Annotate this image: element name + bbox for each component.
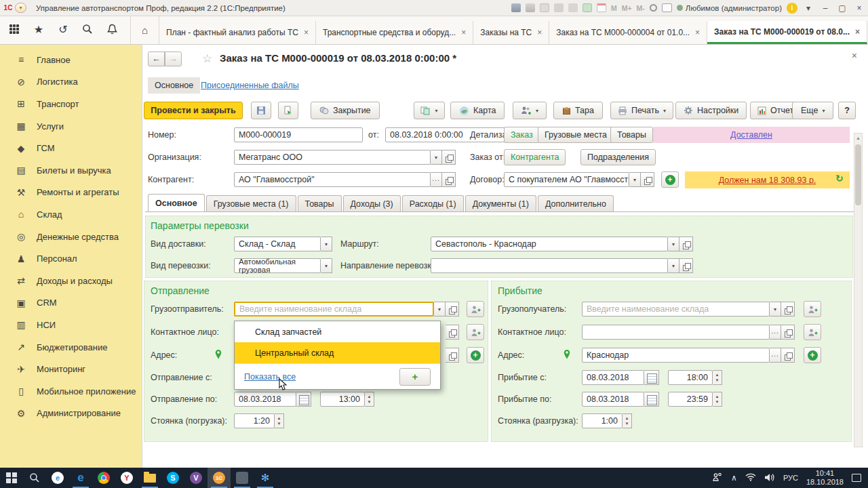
search-icon[interactable] <box>81 24 94 36</box>
time-spinner[interactable]: ▲▼ <box>275 413 284 428</box>
calendar-icon[interactable] <box>644 370 659 385</box>
show-all-link[interactable]: Показать все <box>244 372 296 382</box>
memory-plus-button[interactable]: M+ <box>622 4 632 12</box>
close-icon[interactable]: × <box>461 28 466 37</box>
delivery-kind-field[interactable]: Склад - Склад <box>234 237 321 251</box>
debt-link[interactable]: Должен нам 18 308.93 р. <box>719 176 816 185</box>
memory-minus-button[interactable]: M- <box>637 4 645 12</box>
dropdown-item-spare-parts[interactable]: Склад запчастей <box>235 321 440 342</box>
arrival-from-time-field[interactable]: 18:00 <box>668 370 713 385</box>
organization-dropdown-icon[interactable]: ▾ <box>431 150 442 165</box>
sidebar-item-repairs[interactable]: ⚒Ремонты и агрегаты <box>0 182 142 204</box>
detail-goods-toggle[interactable]: Товары <box>610 127 653 143</box>
tab-goods[interactable]: Товары <box>298 195 342 211</box>
sidebar-item-money[interactable]: ◎Денежные средства <box>0 226 142 248</box>
dropdown-item-central-warehouse[interactable]: Центральный склад <box>235 342 440 363</box>
memory-button[interactable]: M <box>611 4 617 12</box>
taskbar-edge-button[interactable]: e <box>69 468 92 488</box>
departure-contact-add-button[interactable] <box>467 324 484 340</box>
tab-documents[interactable]: Документы (1) <box>465 195 536 211</box>
split-window-icon[interactable] <box>662 3 672 12</box>
sidebar-item-fuel[interactable]: ◆ГСМ <box>0 137 142 159</box>
sidebar-item-crm[interactable]: ▣CRM <box>0 292 142 314</box>
sidebar-item-transport[interactable]: ⊞Транспорт <box>0 93 142 115</box>
taskbar-explorer-button[interactable] <box>138 468 161 488</box>
nav-back-button[interactable]: ← <box>148 52 165 66</box>
shipper-field[interactable]: Введите наименование склада <box>234 302 434 317</box>
sidebar-item-administration[interactable]: ⚙Администрирование <box>0 403 142 425</box>
tab-ts-order-000019[interactable]: Заказ на ТС М000-000019 от 08.0...× <box>707 21 867 44</box>
arrival-to-date-field[interactable]: 08.03.2018 <box>582 392 644 407</box>
arrival-address-open-icon[interactable] <box>781 348 795 363</box>
sidebar-item-monitoring[interactable]: ✈Мониторинг <box>0 358 142 380</box>
sidebar-item-tickets[interactable]: ▤Билеты и выручка <box>0 159 142 182</box>
vertical-scrollbar[interactable]: ▲ <box>854 133 863 447</box>
sidebar-item-income-expense[interactable]: ⇄Доходы и расходы <box>0 270 142 292</box>
arrival-address-field[interactable]: Краснодар <box>582 348 770 363</box>
departure-contact-open-icon[interactable] <box>446 325 459 340</box>
departure-parking-field[interactable]: 1:20 <box>234 413 275 428</box>
direction-field[interactable] <box>431 258 668 273</box>
taskbar-skype-button[interactable]: S <box>161 468 184 488</box>
arrival-contact-select-icon[interactable]: ... <box>770 325 781 340</box>
close-icon[interactable]: × <box>855 27 860 37</box>
consignee-dropdown-icon[interactable]: ▾ <box>770 302 781 317</box>
sidebar-item-budgeting[interactable]: ↗Бюджетирование <box>0 336 142 359</box>
taskbar-1c-button[interactable]: 1С <box>208 468 231 488</box>
minimize-button[interactable]: – <box>819 3 831 13</box>
taskbar-chrome-button[interactable] <box>92 468 115 488</box>
save-button[interactable] <box>251 102 271 119</box>
arrival-to-time-field[interactable]: 23:59 <box>668 392 713 407</box>
home-tab[interactable]: ⌂ <box>131 16 159 44</box>
close-icon[interactable]: × <box>304 28 309 37</box>
calendar-icon[interactable] <box>296 392 311 407</box>
save-icon[interactable] <box>511 3 521 12</box>
consignee-field[interactable]: Введите наименование склада <box>582 302 770 317</box>
shipper-add-contact-button[interactable] <box>467 301 484 317</box>
scrollbar-thumb[interactable] <box>855 144 861 205</box>
direction-open-icon[interactable] <box>679 258 693 273</box>
organization-open-icon[interactable] <box>442 150 456 165</box>
tab-cargo-places[interactable]: Грузовые места (1) <box>206 195 296 211</box>
taskbar-photos-button[interactable] <box>231 468 254 488</box>
calendar-icon[interactable] <box>644 392 659 407</box>
history-icon[interactable]: ↺ <box>57 24 69 36</box>
language-indicator[interactable]: РУС <box>783 474 798 482</box>
close-button[interactable]: × <box>853 3 865 13</box>
taskbar-viber-button[interactable]: V <box>184 468 208 488</box>
order-from-division-toggle[interactable]: Подразделения <box>580 149 656 165</box>
shipper-dropdown-icon[interactable]: ▾ <box>434 302 446 317</box>
create-warehouse-button[interactable]: + <box>399 368 431 386</box>
people-tray-icon[interactable] <box>712 472 723 483</box>
map-pin-icon[interactable] <box>214 349 222 362</box>
time-spinner[interactable]: ▲▼ <box>713 392 722 407</box>
contract-field[interactable]: С покупателем АО "Главмосстрой" <box>504 172 629 187</box>
tab-expenses[interactable]: Расходы (1) <box>402 195 464 211</box>
sidebar-item-mobile-app[interactable]: ▯Мобильное приложение <box>0 380 142 403</box>
current-user[interactable]: Любимов (администратор) <box>677 4 782 12</box>
more-button[interactable]: Еще▾ <box>792 102 833 119</box>
route-field[interactable]: Севастополь - Краснодар <box>431 237 668 251</box>
closing-button[interactable]: Закрытие <box>311 102 380 119</box>
arrival-address-add-button[interactable]: + <box>804 347 821 363</box>
zoom-icon[interactable] <box>650 4 657 12</box>
taskbar-yandex-button[interactable]: Y <box>115 468 138 488</box>
detail-order-toggle[interactable]: Заказ <box>504 127 540 143</box>
tab-ts-orders-list[interactable]: Заказы на ТС× <box>473 21 549 44</box>
sidebar-item-nsi[interactable]: ▥НСИ <box>0 314 142 336</box>
shipper-open-icon[interactable] <box>446 302 459 317</box>
wifi-icon[interactable] <box>745 473 756 483</box>
departure-address-add-button[interactable]: + <box>467 347 484 363</box>
sections-menu-icon[interactable] <box>9 24 20 35</box>
post-document-button[interactable] <box>278 102 298 119</box>
sidebar-item-warehouse[interactable]: ⌂Склад <box>0 203 142 226</box>
info-icon[interactable]: i <box>787 3 797 14</box>
direction-dropdown-icon[interactable]: ▾ <box>668 258 679 273</box>
sidebar-item-main[interactable]: ≡Главное <box>0 49 142 71</box>
taskbar-clock[interactable]: 10:4118.10.2018 <box>806 469 844 487</box>
calendar-icon[interactable] <box>597 3 606 12</box>
transport-kind-dropdown-icon[interactable]: ▾ <box>321 258 332 273</box>
close-icon[interactable]: × <box>537 28 542 37</box>
taskbar-search-button[interactable] <box>23 468 46 488</box>
departure-address-open-icon[interactable] <box>446 348 459 363</box>
